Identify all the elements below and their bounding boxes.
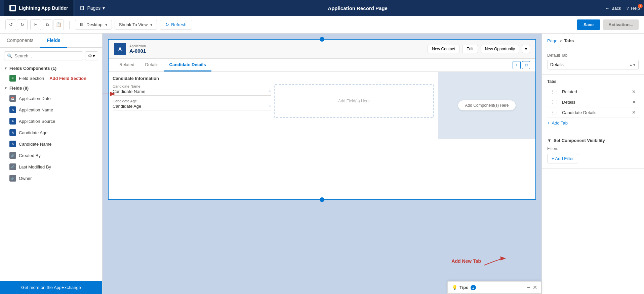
tab-row-candidate-details-label: Candidate Details	[562, 110, 629, 115]
new-contact-btn[interactable]: New Contact	[428, 45, 459, 53]
refresh-button[interactable]: ↻ Refresh	[160, 20, 192, 30]
drag-handle-candidate-details: ⋮⋮	[550, 110, 559, 115]
page-title: Application Record Page	[110, 5, 605, 11]
field-name-last-modified: Last Modified By	[19, 164, 51, 169]
add-new-tab-arrow	[481, 255, 508, 275]
tabs-section: Tabs ⋮⋮ Related ✕ ⋮⋮ Details ✕ ⋮⋮ Candid…	[542, 75, 644, 133]
field-icon-date: 📅	[9, 95, 16, 102]
pages-nav[interactable]: Pages ▾	[75, 0, 110, 16]
field-icon-created-by: 🔗	[9, 152, 16, 159]
top-nav: Lightning App Builder Pages ▾ Applicatio…	[0, 0, 644, 16]
field-item-last-modified[interactable]: 🔗 Last Modified By	[0, 161, 102, 173]
more-actions-btn[interactable]: ▾	[522, 45, 530, 53]
help-button[interactable]: ? Help 1	[627, 6, 640, 11]
tab-row-candidate-details[interactable]: ⋮⋮ Candidate Details ✕	[547, 107, 639, 118]
default-tab-select-wrap[interactable]: Details ▲▼	[547, 60, 639, 69]
desktop-select[interactable]: 🖥 Desktop ▾	[75, 20, 112, 30]
shrink-select[interactable]: Shrink To View ▾	[115, 20, 157, 30]
tab-fields[interactable]: Fields	[40, 34, 67, 48]
search-wrap[interactable]: 🔍	[4, 51, 83, 60]
brand-area[interactable]: Lightning App Builder	[4, 0, 73, 16]
appexchange-banner[interactable]: Get more on the AppExchange	[0, 281, 102, 294]
field-item-created-by[interactable]: 🔗 Created By	[0, 150, 102, 161]
tab-row-related-close[interactable]: ✕	[632, 89, 636, 94]
field-section-item[interactable]: ≡ Field Section Add Field Section	[0, 73, 102, 84]
main-layout: Components Fields 🔍 ⚙ ▾ ▼ Fields Compone…	[0, 34, 644, 294]
record-icon-letter: A	[118, 46, 122, 52]
default-tab-label: Default Tab	[547, 53, 639, 58]
tab-row-details[interactable]: ⋮⋮ Details ✕	[547, 97, 639, 107]
fields-col-right: Add Field(s) Here	[274, 84, 434, 118]
fields-two-col: Candidate Name Candidate Name ✎ Candidat…	[113, 84, 434, 118]
canvas-tab-related[interactable]: Related	[114, 59, 140, 71]
tips-panel: 💡 Tips 1 − ✕	[447, 281, 541, 294]
field-item-application-date[interactable]: 📅 Application Date	[0, 93, 102, 104]
cut-button[interactable]: ✂	[30, 19, 41, 30]
drag-handle-details: ⋮⋮	[550, 99, 559, 105]
edit-group: ✂ ⧉ 📋	[30, 19, 64, 30]
history-group: ↺ ↻	[5, 19, 28, 30]
fields-header[interactable]: ▼ Fields (8)	[0, 84, 102, 93]
copy-button[interactable]: ⧉	[42, 19, 52, 30]
tips-badge: 1	[471, 285, 476, 290]
redo-button[interactable]: ↻	[17, 19, 28, 30]
candidate-age-value: Candidate Age ✎	[113, 104, 271, 110]
fields-components-header[interactable]: ▼ Fields Components (1)	[0, 64, 102, 73]
add-filter-button[interactable]: + Add Filter	[547, 154, 578, 163]
field-name-application-name: Application Name	[19, 107, 53, 112]
field-name-application-date: Application Date	[19, 96, 51, 101]
add-tab-button[interactable]: + Add Tab	[547, 118, 639, 128]
candidate-name-label: Candidate Name	[113, 84, 271, 88]
nav-actions: ← Back ? Help 1	[605, 6, 640, 11]
tab-bar-actions: + ⚙	[513, 61, 530, 69]
tab-row-details-close[interactable]: ✕	[632, 99, 636, 105]
default-tab-select[interactable]: Details	[547, 60, 639, 69]
tips-label: Tips	[459, 285, 469, 290]
record-meta-value: A-0001	[129, 48, 146, 54]
undo-button[interactable]: ↺	[5, 19, 16, 30]
field-item-owner[interactable]: 🔗 Owner	[0, 173, 102, 184]
fields-chevron: ▼	[4, 86, 7, 90]
record-header-left: A Application A-0001	[114, 43, 146, 55]
canvas-tab-bar: Related Details Candidate Details + ⚙	[109, 59, 535, 72]
candidate-name-field: Candidate Name Candidate Name ✎	[113, 84, 271, 96]
back-button[interactable]: ← Back	[605, 6, 621, 11]
tab-components[interactable]: Components	[0, 34, 40, 48]
search-input[interactable]	[14, 53, 80, 58]
tips-close-button[interactable]: ✕	[533, 284, 537, 291]
field-item-candidate-name[interactable]: A Candidate Name	[0, 138, 102, 150]
new-opportunity-btn[interactable]: New Opportunity	[481, 45, 519, 53]
breadcrumb-current: Tabs	[564, 38, 574, 43]
desktop-icon: 🖥	[79, 22, 84, 27]
candidate-age-label: Candidate Age	[113, 99, 271, 103]
edit-btn[interactable]: Edit	[462, 45, 478, 53]
tab-row-related[interactable]: ⋮⋮ Related ✕	[547, 87, 639, 97]
field-item-candidate-age[interactable]: A Candidate Age	[0, 127, 102, 138]
tab-settings-btn[interactable]: ⚙	[522, 61, 530, 69]
back-label: Back	[611, 6, 621, 11]
field-item-application-source[interactable]: A Application Source	[0, 115, 102, 127]
tips-actions: − ✕	[527, 284, 537, 291]
tab-row-candidate-details-close[interactable]: ✕	[632, 110, 636, 115]
save-button[interactable]: Save	[577, 19, 600, 30]
help-badge: 1	[638, 4, 643, 8]
add-new-tab-text: Add New Tab	[451, 258, 481, 264]
add-field-annotation: Add Field Section	[49, 76, 86, 81]
canvas-tab-details[interactable]: Details	[140, 59, 164, 71]
breadcrumb-page[interactable]: Page	[547, 38, 557, 43]
canvas-tab-candidate-details[interactable]: Candidate Details	[164, 59, 211, 71]
candidate-name-value: Candidate Name ✎	[113, 89, 271, 96]
gear-icon: ⚙	[88, 53, 92, 58]
field-item-application-name[interactable]: A Application Name	[0, 104, 102, 115]
right-panel-header: Page > Tabs	[542, 34, 644, 48]
canvas-inner: A Application A-0001 New Contact Edit Ne…	[108, 39, 536, 200]
visibility-header[interactable]: ▼ Set Component Visibility	[547, 138, 639, 143]
activation-button[interactable]: Activation...	[603, 19, 639, 30]
paste-button[interactable]: 📋	[53, 19, 64, 30]
brand-label: Lightning App Builder	[19, 5, 68, 11]
tips-minimize-button[interactable]: −	[527, 285, 530, 291]
left-panel-tabs: Components Fields	[0, 34, 102, 48]
gear-button[interactable]: ⚙ ▾	[85, 51, 98, 60]
tab-add-btn[interactable]: +	[513, 61, 521, 69]
back-arrow: ←	[605, 6, 609, 11]
